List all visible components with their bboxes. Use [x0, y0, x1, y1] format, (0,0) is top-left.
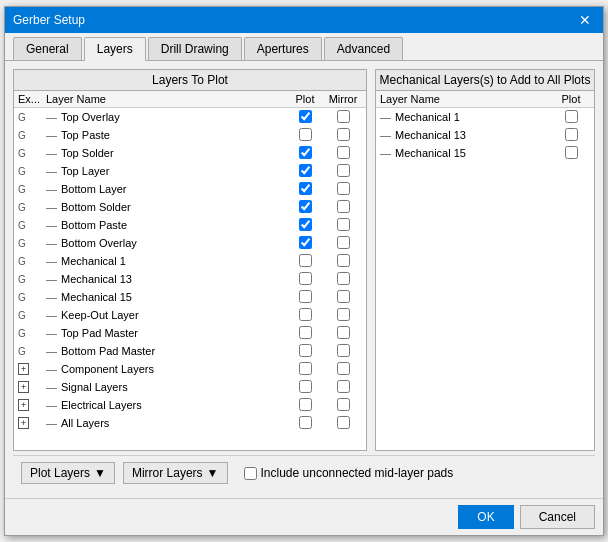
mech-plot-checkbox[interactable]: [565, 146, 578, 159]
plot-checkbox[interactable]: [299, 326, 312, 339]
ex-cell: G: [18, 328, 46, 339]
left-panel-title: Layers To Plot: [14, 70, 366, 91]
mirror-checkbox[interactable]: [337, 236, 350, 249]
cancel-button[interactable]: Cancel: [520, 505, 595, 529]
tab-general[interactable]: General: [13, 37, 82, 60]
mech-plot-checkbox[interactable]: [565, 128, 578, 141]
ok-button[interactable]: OK: [458, 505, 513, 529]
plot-cell: [286, 326, 324, 341]
layer-name-text: Bottom Layer: [61, 183, 126, 195]
mirror-checkbox[interactable]: [337, 326, 350, 339]
layer-name-text: Top Pad Master: [61, 327, 138, 339]
plot-checkbox[interactable]: [299, 380, 312, 393]
mirror-checkbox[interactable]: [337, 110, 350, 123]
dash-icon: —: [46, 165, 57, 177]
plot-cell: [286, 272, 324, 287]
plot-checkbox[interactable]: [299, 218, 312, 231]
plot-checkbox[interactable]: [299, 290, 312, 303]
plot-checkbox[interactable]: [299, 236, 312, 249]
plot-layers-button[interactable]: Plot Layers ▼: [21, 462, 115, 484]
plot-checkbox[interactable]: [299, 416, 312, 429]
dash-icon: —: [46, 309, 57, 321]
mirror-checkbox[interactable]: [337, 164, 350, 177]
plot-checkbox[interactable]: [299, 146, 312, 159]
tab-drill-drawing[interactable]: Drill Drawing: [148, 37, 242, 60]
plot-checkbox[interactable]: [299, 110, 312, 123]
dash-icon: —: [46, 381, 57, 393]
plot-checkbox[interactable]: [299, 182, 312, 195]
mirror-checkbox[interactable]: [337, 182, 350, 195]
content-area: Layers To Plot Ex... Layer Name Plot Mir…: [5, 61, 603, 498]
mirror-checkbox[interactable]: [337, 128, 350, 141]
mirror-checkbox[interactable]: [337, 200, 350, 213]
plot-checkbox[interactable]: [299, 200, 312, 213]
close-button[interactable]: ✕: [575, 12, 595, 28]
table-row: G—Top Paste: [14, 126, 366, 144]
include-unconnected-checkbox[interactable]: [244, 467, 257, 480]
mirror-checkbox[interactable]: [337, 398, 350, 411]
dash-icon: —: [46, 273, 57, 285]
table-row: G—Top Pad Master: [14, 324, 366, 342]
include-unconnected-label[interactable]: Include unconnected mid-layer pads: [244, 466, 454, 480]
ex-cell: G: [18, 310, 46, 321]
layer-name-cell: —Mechanical 13: [46, 273, 286, 285]
mirror-checkbox[interactable]: [337, 254, 350, 267]
expand-icon[interactable]: +: [18, 417, 29, 429]
tab-advanced[interactable]: Advanced: [324, 37, 403, 60]
mirror-checkbox[interactable]: [337, 290, 350, 303]
mech-plot-checkbox[interactable]: [565, 110, 578, 123]
plot-checkbox[interactable]: [299, 362, 312, 375]
ex-cell: G: [18, 184, 46, 195]
mirror-checkbox[interactable]: [337, 272, 350, 285]
plot-checkbox[interactable]: [299, 164, 312, 177]
expand-icon[interactable]: +: [18, 399, 29, 411]
mirror-checkbox[interactable]: [337, 416, 350, 429]
plot-checkbox[interactable]: [299, 344, 312, 357]
plot-cell: [286, 218, 324, 233]
layer-name-text: Mechanical 1: [395, 111, 460, 123]
layer-name-text: Bottom Pad Master: [61, 345, 155, 357]
plot-checkbox[interactable]: [299, 128, 312, 141]
layer-name-cell: —Mechanical 1: [46, 255, 286, 267]
mirror-checkbox[interactable]: [337, 308, 350, 321]
layer-name-cell: —Signal Layers: [46, 381, 286, 393]
plot-checkbox[interactable]: [299, 254, 312, 267]
mech-plot-cell: [552, 128, 590, 143]
plot-checkbox[interactable]: [299, 398, 312, 411]
mirror-checkbox[interactable]: [337, 380, 350, 393]
mirror-cell: [324, 380, 362, 395]
mirror-checkbox[interactable]: [337, 218, 350, 231]
dash-icon: —: [46, 399, 57, 411]
plot-checkbox[interactable]: [299, 308, 312, 321]
layer-name-cell: —Component Layers: [46, 363, 286, 375]
mirror-layers-button[interactable]: Mirror Layers ▼: [123, 462, 228, 484]
plot-cell: [286, 200, 324, 215]
right-header-plot: Plot: [552, 93, 590, 105]
left-layer-list: G—Top OverlayG—Top PasteG—Top SolderG—To…: [14, 108, 366, 450]
ex-cell: G: [18, 292, 46, 303]
layer-name-text: Mechanical 1: [61, 255, 126, 267]
layer-name-cell: —Bottom Pad Master: [46, 345, 286, 357]
table-row: G—Mechanical 1: [14, 252, 366, 270]
mirror-checkbox[interactable]: [337, 146, 350, 159]
plot-cell: [286, 380, 324, 395]
tab-layers[interactable]: Layers: [84, 37, 146, 61]
mirror-cell: [324, 308, 362, 323]
title-bar: Gerber Setup ✕: [5, 7, 603, 33]
mirror-cell: [324, 272, 362, 287]
right-panel-header: Layer Name Plot: [376, 91, 594, 108]
plot-checkbox[interactable]: [299, 272, 312, 285]
mirror-checkbox[interactable]: [337, 362, 350, 375]
expand-icon[interactable]: +: [18, 363, 29, 375]
dialog: Gerber Setup ✕ General Layers Drill Draw…: [4, 6, 604, 536]
table-row: G—Top Overlay: [14, 108, 366, 126]
mirror-cell: [324, 164, 362, 179]
layer-name-cell: —Bottom Overlay: [46, 237, 286, 249]
mirror-cell: [324, 200, 362, 215]
tab-apertures[interactable]: Apertures: [244, 37, 322, 60]
mirror-checkbox[interactable]: [337, 344, 350, 357]
expand-icon[interactable]: +: [18, 381, 29, 393]
layer-name-text: Mechanical 15: [395, 147, 466, 159]
panels: Layers To Plot Ex... Layer Name Plot Mir…: [13, 69, 595, 451]
layer-name-text: Top Layer: [61, 165, 109, 177]
